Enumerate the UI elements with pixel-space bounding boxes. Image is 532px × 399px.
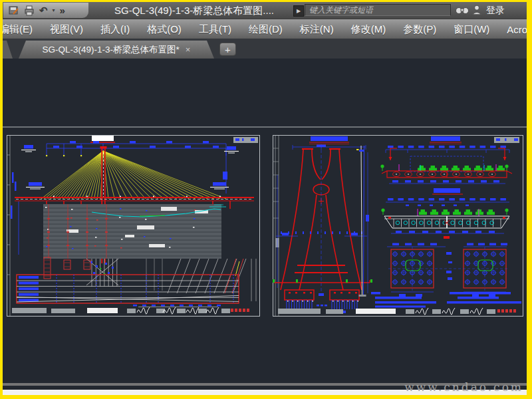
window-border-right (527, 0, 532, 399)
file-tab-bar: SG-QL-3(49)-1-3-桥梁总体布置图* × + (3, 39, 527, 59)
drawing-canvas[interactable]: www.cndao.com (3, 59, 527, 395)
menu-acrobat[interactable]: Acrobat (498, 24, 527, 35)
watermark: www.cndao.com (404, 380, 523, 394)
menu-format[interactable]: 格式(O) (138, 23, 190, 36)
undo-dropdown-icon[interactable]: ▾ (53, 7, 55, 13)
search-input[interactable] (305, 4, 451, 16)
pylon-front-elevation[interactable] (273, 136, 372, 313)
partial-tab[interactable] (3, 41, 13, 59)
deck-cross-section-2[interactable] (381, 188, 509, 239)
menu-parametric[interactable]: 参数(P) (394, 23, 445, 36)
note-text-lines[interactable] (371, 292, 521, 308)
print-icon[interactable] (24, 5, 35, 16)
undo-icon[interactable]: ↶ (39, 5, 48, 16)
infocenter-toggle-icon[interactable]: ▶ (293, 5, 304, 17)
menubar: 编辑(E) 视图(V) 插入(I) 格式(O) 工具(T) 绘图(D) 标注(N… (3, 19, 527, 39)
menu-dimension[interactable]: 标注(N) (291, 23, 342, 36)
geological-section[interactable] (43, 204, 226, 259)
menu-insert[interactable]: 插入(I) (92, 23, 138, 36)
menu-view[interactable]: 视图(V) (41, 23, 92, 36)
window-border-bottom (0, 395, 532, 399)
quick-access-toolbar: ↶ ▾ » (3, 3, 88, 18)
menu-tools[interactable]: 工具(T) (190, 23, 240, 36)
stay-cables[interactable] (41, 151, 226, 199)
left-sheet-bridge-elevation[interactable] (7, 135, 260, 317)
login-button[interactable]: 登录 (486, 2, 505, 19)
menu-draw[interactable]: 绘图(D) (240, 23, 291, 36)
cad-app-window: ↶ ▾ » SG-QL-3(49)-1-3-桥梁总体布置图.... ▶ 登录 编… (0, 0, 532, 399)
tab-close-icon[interactable]: × (186, 45, 191, 55)
window-border-top (0, 0, 532, 2)
save-icon[interactable] (9, 5, 19, 16)
titlebar: ↶ ▾ » SG-QL-3(49)-1-3-桥梁总体布置图.... ▶ 登录 (3, 2, 527, 19)
menu-edit[interactable]: 编辑(E) (3, 23, 41, 36)
binoculars-icon[interactable] (455, 5, 469, 15)
drawing-tab[interactable]: SG-QL-3(49)-1-3-桥梁总体布置图* × (19, 41, 214, 59)
deck-cross-section-1[interactable] (380, 136, 512, 184)
window-title: SG-QL-3(49)-1-3-桥梁总体布置图.... (96, 2, 293, 19)
drawing-tab-label: SG-QL-3(49)-1-3-桥梁总体布置图* (43, 44, 180, 56)
user-icon[interactable] (471, 4, 483, 16)
menu-window[interactable]: 窗口(W) (445, 23, 498, 36)
title-block-strip[interactable] (278, 308, 516, 315)
right-sheet-pylon-and-sections[interactable] (273, 135, 523, 317)
profile-data-table[interactable] (17, 275, 239, 307)
layout-divider-top (3, 126, 527, 128)
new-tab-button[interactable]: + (219, 43, 236, 56)
menu-modify[interactable]: 修改(M) (342, 23, 395, 36)
pile-cap-plan[interactable] (387, 243, 508, 297)
title-block-strip[interactable] (12, 307, 249, 314)
window-border-left (0, 0, 3, 399)
more-tools-icon[interactable]: » (60, 5, 65, 16)
